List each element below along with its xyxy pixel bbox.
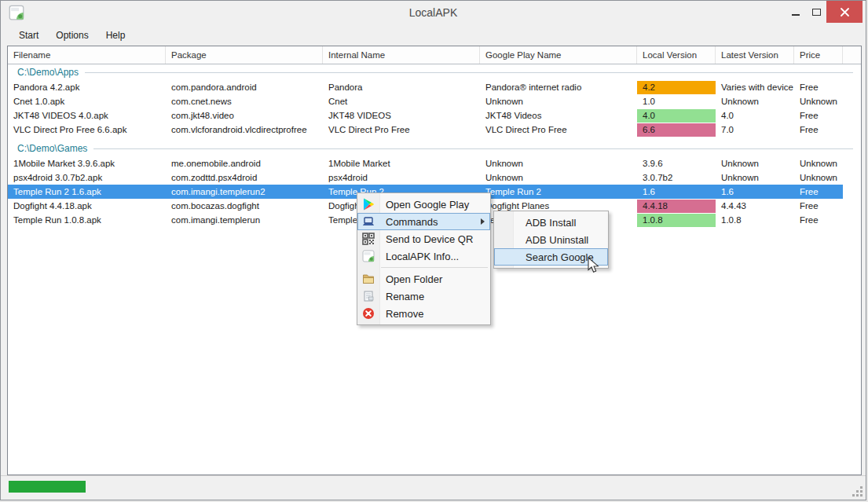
group-underline <box>85 72 853 73</box>
menu-item-label: Send to Device QR <box>386 233 473 245</box>
group-label: C:\Demo\Apps <box>8 67 79 78</box>
maximize-icon <box>812 9 821 16</box>
column-header-google-play-name[interactable]: Google Play Name <box>480 46 637 64</box>
local-version-value: 6.6 <box>637 123 716 137</box>
menu-item-label: Commands <box>386 216 438 228</box>
table-row[interactable]: VLC Direct Pro Free 6.6.apkcom.vlcforand… <box>8 123 843 137</box>
local-version-value: 4.2 <box>637 81 716 94</box>
progress-bar <box>9 481 86 493</box>
menubar-item-options[interactable]: Options <box>47 26 97 45</box>
cell-package: com.vlcforandroid.vlcdirectprofree <box>166 123 323 137</box>
column-header-latest-version[interactable]: Latest Version <box>716 46 794 64</box>
column-header-filename[interactable]: Filename <box>8 46 166 64</box>
localapk-icon <box>362 250 375 262</box>
table-header: FilenamePackageInternal NameGoogle Play … <box>8 46 861 64</box>
cell-price: Unknown <box>794 170 843 185</box>
menu-item-label: ADB Uninstall <box>526 234 588 246</box>
cell-package: me.onemobile.android <box>166 156 323 170</box>
context-menu: Open Google PlayCommandsSend to Device Q… <box>357 192 491 325</box>
context-menu-item-open-google-play[interactable]: Open Google Play <box>357 196 490 213</box>
cell-google-play-name: VLC Direct Pro Free <box>480 123 637 137</box>
cell-filename: Cnet 1.0.apk <box>8 94 166 108</box>
group-row: C:\Demo\Games <box>8 141 861 156</box>
local-version-value: 4.0 <box>637 109 716 123</box>
cell-latest-version: Unknown <box>716 156 794 170</box>
cell-local-version: 4.4.18 <box>637 199 716 213</box>
context-menu-item-remove[interactable]: Remove <box>357 305 490 322</box>
menu-item-label: Open Folder <box>386 273 442 285</box>
maximize-button[interactable] <box>806 1 826 23</box>
cell-local-version: 1.0 <box>637 94 716 108</box>
cell-package: com.pandora.android <box>166 80 323 94</box>
menu-bar: StartOptionsHelp <box>1 24 866 46</box>
cell-internal-name: VLC Direct Pro Free <box>323 123 480 137</box>
close-button[interactable] <box>826 1 863 23</box>
cell-price: Unknown <box>794 94 843 108</box>
cell-local-version: 4.2 <box>637 80 716 94</box>
cell-price: Free <box>794 185 843 199</box>
resize-grip[interactable] <box>852 486 863 497</box>
local-version-value: 3.9.6 <box>637 157 716 170</box>
cell-google-play-name: Unknown <box>480 94 637 108</box>
cell-local-version: 6.6 <box>637 123 716 137</box>
menu-item-label: Rename <box>386 291 424 302</box>
close-icon <box>840 7 850 17</box>
cell-latest-version: 4.4.43 <box>716 199 794 213</box>
window-controls <box>786 1 863 23</box>
cell-package: com.bocazas.dogfight <box>166 199 323 213</box>
cell-filename: Temple Run 2 1.6.apk <box>8 185 166 199</box>
cell-internal-name: Cnet <box>323 94 480 108</box>
column-header-local-version[interactable]: Local Version <box>637 46 716 64</box>
column-header-price[interactable]: Price <box>794 46 843 64</box>
cell-filename: Temple Run 1.0.8.apk <box>8 213 166 227</box>
context-menu-item-rename[interactable]: Rename <box>357 288 490 305</box>
table-row[interactable]: 1Mobile Market 3.9.6.apkme.onemobile.and… <box>8 156 843 170</box>
cell-package: com.cnet.news <box>166 94 323 108</box>
menu-separator <box>381 267 488 268</box>
context-menu-item-open-folder[interactable]: Open Folder <box>357 270 490 288</box>
mouse-cursor <box>588 257 600 275</box>
menubar-item-start[interactable]: Start <box>10 26 47 45</box>
table-row[interactable]: JKT48 VIDEOS 4.0.apkcom.jkt48.videoJKT48… <box>8 108 843 123</box>
cell-package: com.imangi.templerun2 <box>166 185 323 199</box>
cell-price: Free <box>794 108 843 123</box>
minimize-icon <box>792 14 800 16</box>
cell-google-play-name: Unknown <box>480 156 637 170</box>
window-title: LocalAPK <box>1 1 866 24</box>
rename-icon <box>362 290 375 302</box>
local-version-value: 4.4.18 <box>637 200 716 213</box>
cell-package: com.zodttd.psx4droid <box>166 170 323 185</box>
cell-price: Free <box>794 80 843 94</box>
cell-price: Unknown <box>794 156 843 170</box>
cell-filename: JKT48 VIDEOS 4.0.apk <box>8 108 166 123</box>
context-menu-item-localapk-info[interactable]: LocalAPK Info... <box>357 247 490 265</box>
submenu-item-adb-uninstall[interactable]: ADB Uninstall <box>494 231 608 248</box>
table-row[interactable]: Cnet 1.0.apkcom.cnet.newsCnetUnknown1.0U… <box>8 94 843 108</box>
submenu-item-adb-install[interactable]: ADB Install <box>494 214 608 231</box>
remove-icon <box>362 307 375 320</box>
column-header-package[interactable]: Package <box>166 46 323 64</box>
cell-local-version: 3.9.6 <box>637 156 716 170</box>
cell-internal-name: Pandora <box>323 80 480 94</box>
table-row[interactable]: Pandora 4.2.apkcom.pandora.androidPandor… <box>8 80 843 94</box>
context-menu-item-commands[interactable]: Commands <box>357 213 490 230</box>
local-version-value: 1.0.8 <box>637 214 716 227</box>
minimize-button[interactable] <box>786 1 806 23</box>
table-row[interactable]: psx4droid 3.0.7b2.apkcom.zodttd.psx4droi… <box>8 170 843 185</box>
menu-item-label: LocalAPK Info... <box>386 251 459 262</box>
menubar-item-help[interactable]: Help <box>97 26 134 45</box>
column-header-filler <box>843 46 861 64</box>
cell-local-version: 4.0 <box>637 108 716 123</box>
menu-item-label: ADB Install <box>526 217 576 229</box>
context-menu-item-send-to-device-qr[interactable]: Send to Device QR <box>357 230 490 247</box>
local-version-value: 1.6 <box>637 185 716 199</box>
cell-filename: psx4droid 3.0.7b2.apk <box>8 170 166 185</box>
cell-filename: Pandora 4.2.apk <box>8 80 166 94</box>
cell-google-play-name: Unknown <box>480 170 637 185</box>
cell-latest-version: 7.0 <box>716 123 794 137</box>
folder-icon <box>362 273 375 285</box>
cell-internal-name: JKT48 VIDEOS <box>323 108 480 123</box>
group-row: C:\Demo\Apps <box>8 64 861 80</box>
cell-internal-name: 1Mobile Market <box>323 156 480 170</box>
column-header-internal-name[interactable]: Internal Name <box>323 46 480 64</box>
